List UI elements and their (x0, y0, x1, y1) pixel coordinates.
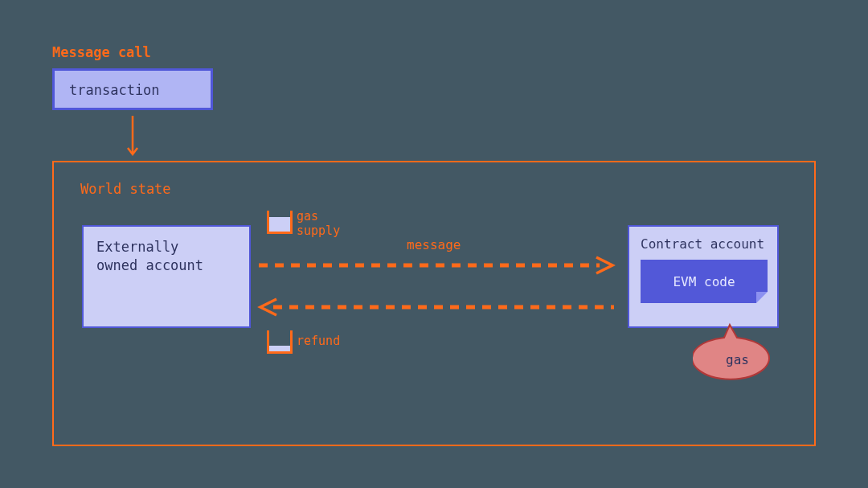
gas-bubble-icon (693, 320, 781, 383)
transaction-label: transaction (69, 82, 160, 98)
gas-supply-bucket-icon (267, 211, 293, 234)
eoa-label-line1: Externally (96, 238, 236, 256)
evm-code-box: EVM code (641, 260, 768, 303)
arrow-right-dashed-icon (256, 256, 617, 275)
arrow-left-dashed-icon (256, 297, 617, 317)
evm-code-label: EVM code (673, 274, 735, 289)
contract-account-label: Contract account (641, 236, 766, 252)
contract-account-box: Contract account EVM code (628, 225, 779, 328)
world-state-label: World state (80, 181, 171, 197)
eoa-label-line2: owned account (96, 256, 236, 275)
transaction-box: transaction (52, 68, 213, 110)
refund-label: refund (297, 334, 340, 348)
diagram-title: Message call (52, 44, 151, 60)
gas-supply-label: gas supply (297, 209, 340, 238)
arrow-down-icon (125, 114, 141, 161)
gas-bubble-label: gas (726, 352, 749, 367)
refund-bucket-icon (267, 330, 293, 354)
message-label: message (407, 237, 461, 252)
eoa-box: Externally owned account (82, 225, 251, 328)
